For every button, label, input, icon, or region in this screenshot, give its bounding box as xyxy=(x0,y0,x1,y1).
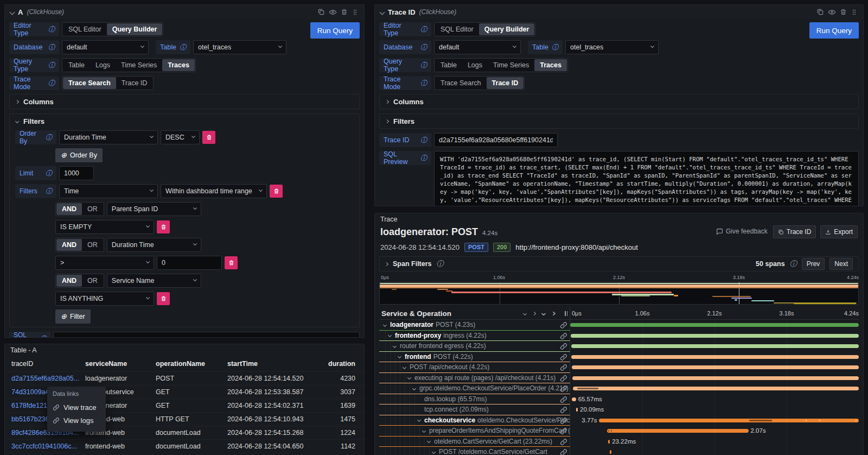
panel-header[interactable]: Trace ID (ClickHouse) xyxy=(375,5,863,19)
col-starttime[interactable]: startTime xyxy=(227,360,326,368)
sql-editor-option[interactable]: SQL Editor xyxy=(63,23,107,35)
span-row[interactable]: POST /api/checkout (4.22s) xyxy=(379,362,859,373)
span-bar-track[interactable] xyxy=(570,320,859,331)
trace-id-option[interactable]: Trace ID xyxy=(487,77,524,89)
next-button[interactable]: Next xyxy=(829,258,853,270)
span-row[interactable]: oteldemo.CartService/GetCart (23.22ms)23… xyxy=(379,437,859,447)
info-icon[interactable] xyxy=(48,62,55,68)
span-name[interactable]: prepareOrderItemsAndShippingQuoteFromCar… xyxy=(421,427,570,434)
span-name[interactable]: router frontend egress (4.22s) xyxy=(392,342,497,350)
link-icon[interactable] xyxy=(560,343,567,350)
span-bar-track[interactable] xyxy=(570,362,859,373)
span-bar-track[interactable] xyxy=(570,383,859,394)
database-select[interactable]: default xyxy=(62,40,149,54)
span-bar-track[interactable]: 2.07s xyxy=(570,426,859,437)
span-row[interactable]: POST /oteldemo.CartService/GetCart xyxy=(379,447,859,455)
info-icon[interactable] xyxy=(420,80,427,86)
duplicate-icon[interactable] xyxy=(317,8,325,16)
info-icon[interactable] xyxy=(420,155,427,161)
trace-id-link[interactable]: 3cc7ccfc01941006c... xyxy=(11,443,85,450)
condition-field-select[interactable]: Parent Span ID xyxy=(107,202,201,216)
span-name[interactable]: executing api route (pages) /api/checkou… xyxy=(406,374,566,382)
remove-condition-button[interactable] xyxy=(225,256,238,269)
span-bar-track[interactable]: 3.77s xyxy=(570,415,859,426)
and-option[interactable]: AND xyxy=(56,239,82,251)
condition-value-input[interactable] xyxy=(157,256,222,270)
query-type-timeseries[interactable]: Time Series xyxy=(488,59,534,71)
span-row[interactable]: router frontend egress (4.22s) xyxy=(379,341,859,352)
span-bar-track[interactable]: 20.09ms xyxy=(570,405,859,415)
col-duration[interactable]: duration xyxy=(326,360,358,368)
link-icon[interactable] xyxy=(560,427,567,435)
span-bar-track[interactable]: 65.57ms xyxy=(570,394,859,405)
columns-section-header[interactable]: Columns xyxy=(10,94,359,109)
span-name[interactable]: POST /oteldemo.CartService/GetCart xyxy=(431,448,558,455)
trace-panel-title[interactable]: Trace xyxy=(375,213,863,225)
chevron-right-icon[interactable] xyxy=(385,262,388,266)
filter-operator-select[interactable]: Within dashboard time range xyxy=(161,184,267,198)
info-icon[interactable] xyxy=(48,26,55,33)
info-icon[interactable] xyxy=(420,26,427,33)
run-query-button[interactable]: Run Query xyxy=(809,22,859,39)
link-icon[interactable] xyxy=(560,417,567,425)
collapse-chevron-icon[interactable] xyxy=(10,9,15,15)
trace-search-option[interactable]: Trace Search xyxy=(435,77,487,89)
link-icon[interactable] xyxy=(560,448,567,455)
trace-id-input[interactable] xyxy=(434,133,558,147)
filters-section-header[interactable]: Filters xyxy=(380,114,858,128)
trace-search-option[interactable]: Trace Search xyxy=(63,77,116,89)
span-bar-track[interactable] xyxy=(570,447,859,455)
order-by-direction-select[interactable]: DESC xyxy=(161,130,200,144)
columns-section-header[interactable]: Columns xyxy=(380,94,858,109)
span-filters-label[interactable]: Span Filters xyxy=(393,260,432,268)
span-row[interactable]: frontendPOST (4.22s) xyxy=(379,352,859,363)
remove-filter-button[interactable] xyxy=(270,185,283,198)
table-select[interactable]: otel_traces xyxy=(565,40,659,54)
span-bar-track[interactable] xyxy=(570,352,859,363)
info-icon[interactable] xyxy=(180,44,186,50)
query-builder-option[interactable]: Query Builder xyxy=(107,23,163,35)
table-select[interactable]: otel_traces xyxy=(193,40,286,54)
span-bar-track[interactable] xyxy=(570,341,859,352)
condition-operator-select[interactable]: IS ANYTHING xyxy=(55,292,154,306)
query-type-logs[interactable]: Logs xyxy=(462,59,488,71)
link-icon[interactable] xyxy=(560,364,567,371)
view-trace-link[interactable]: View trace xyxy=(53,401,100,414)
collapse-all-icon[interactable] xyxy=(542,312,545,315)
span-name[interactable]: loadgeneratorPOST (4.23s) xyxy=(382,321,486,328)
span-name[interactable]: oteldemo.CartService/GetCart (23.22ms) xyxy=(426,438,563,445)
query-type-table[interactable]: Table xyxy=(63,59,90,71)
database-select[interactable]: default xyxy=(434,40,521,54)
span-bar-track[interactable] xyxy=(570,373,859,384)
span-name[interactable]: frontend-proxyingress (4.22s) xyxy=(387,332,497,339)
eye-icon[interactable] xyxy=(329,8,337,16)
expand-all-icon[interactable] xyxy=(552,312,555,315)
trace-id-option[interactable]: Trace ID xyxy=(116,77,152,89)
info-icon[interactable] xyxy=(46,134,52,141)
drag-handle-icon[interactable] xyxy=(352,9,359,16)
or-option[interactable]: OR xyxy=(82,275,103,287)
and-option[interactable]: AND xyxy=(56,203,82,215)
col-servicename[interactable]: serviceName xyxy=(85,360,156,368)
trash-icon[interactable] xyxy=(341,8,348,16)
query-builder-option[interactable]: Query Builder xyxy=(479,23,535,35)
collapse-chevron-icon[interactable] xyxy=(380,9,385,15)
filters-section-header[interactable]: Filters xyxy=(10,114,359,128)
trace-id-link[interactable]: d2a7155ef6a928a05... xyxy=(11,375,85,382)
condition-operator-select[interactable]: IS EMPTY xyxy=(55,220,154,234)
info-icon[interactable] xyxy=(552,44,558,50)
trace-minimap[interactable]: 0μs1.06s2.12s3.18s4.24s xyxy=(379,275,859,305)
span-bar-track[interactable]: 23.22ms xyxy=(570,437,859,447)
span-name[interactable]: frontendPOST (4.22s) xyxy=(397,353,484,361)
col-operationname[interactable]: operationName xyxy=(156,360,227,368)
link-icon[interactable] xyxy=(560,353,567,361)
info-icon[interactable] xyxy=(420,62,427,68)
info-icon[interactable] xyxy=(420,44,427,50)
span-row[interactable]: loadgeneratorPOST (4.23s) xyxy=(379,320,859,331)
span-row[interactable]: checkoutserviceoteldemo.CheckoutService/… xyxy=(379,415,859,426)
order-by-field-select[interactable]: Duration Time xyxy=(59,130,158,144)
trace-id-button[interactable]: Trace ID xyxy=(773,225,816,238)
filter-field-select[interactable]: Time xyxy=(59,184,158,198)
link-icon[interactable] xyxy=(560,396,567,403)
info-icon[interactable] xyxy=(48,80,55,86)
